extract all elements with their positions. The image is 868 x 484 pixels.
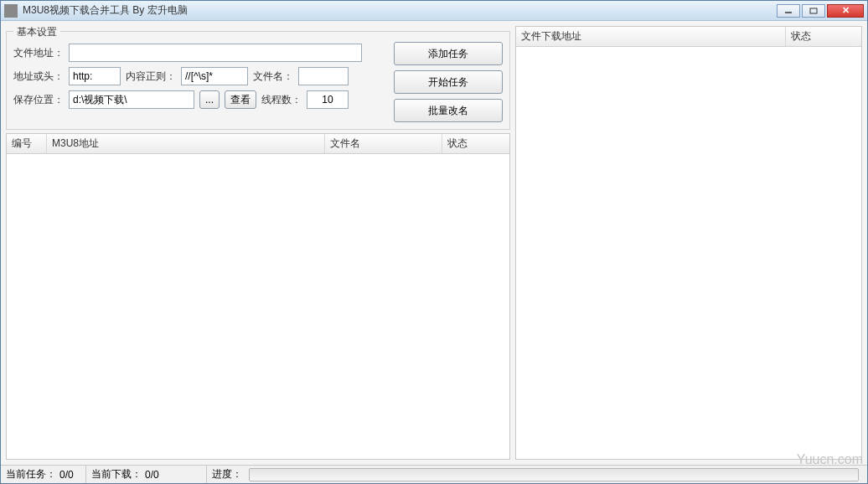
col-download-status[interactable]: 状态	[786, 27, 861, 46]
col-index[interactable]: 编号	[7, 134, 47, 153]
main-table-body[interactable]	[7, 154, 509, 459]
save-path-label: 保存位置：	[13, 93, 64, 107]
current-task-status: 当前任务：0/0	[1, 466, 86, 483]
side-table-body[interactable]	[516, 47, 861, 459]
col-download-url[interactable]: 文件下载地址	[516, 27, 786, 46]
col-filename[interactable]: 文件名	[325, 134, 442, 153]
browse-button[interactable]: ...	[199, 90, 220, 109]
file-url-input[interactable]	[69, 44, 362, 62]
group-title: 基本设置	[13, 25, 60, 39]
download-table: 文件下载地址 状态	[515, 26, 862, 460]
close-icon: ✕	[842, 5, 850, 16]
minimize-button[interactable]	[777, 4, 800, 18]
threads-input[interactable]	[307, 90, 349, 109]
col-status[interactable]: 状态	[442, 134, 509, 153]
maximize-button[interactable]	[802, 4, 825, 18]
side-table-header: 文件下载地址 状态	[516, 27, 861, 47]
maximize-icon	[809, 8, 818, 14]
titlebar: M3U8视频下载合并工具 By 宏升电脑 ✕	[1, 1, 867, 21]
col-url[interactable]: M3U8地址	[47, 134, 325, 153]
app-icon	[4, 4, 18, 18]
url-head-input[interactable]	[69, 67, 121, 85]
current-download-status: 当前下载：0/0	[86, 466, 207, 483]
watermark: Yuucn.com	[797, 452, 863, 467]
basic-settings-group: 基本设置 文件地址： 地址或头： 内容正则：	[6, 31, 510, 130]
regex-label: 内容正则：	[126, 70, 176, 84]
start-task-button[interactable]: 开始任务	[394, 70, 503, 94]
save-path-input[interactable]	[69, 90, 194, 109]
add-task-button[interactable]: 添加任务	[394, 42, 503, 65]
window-title: M3U8视频下载合并工具 By 宏升电脑	[23, 3, 775, 18]
main-task-table: 编号 M3U8地址 文件名 状态	[6, 133, 510, 460]
view-button[interactable]: 查看	[225, 90, 256, 109]
svg-rect-1	[810, 8, 817, 13]
progress-status: 进度：	[207, 466, 867, 483]
batch-rename-button[interactable]: 批量改名	[394, 99, 503, 122]
file-url-label: 文件地址：	[13, 46, 64, 60]
table-header: 编号 M3U8地址 文件名 状态	[7, 134, 509, 154]
progress-bar	[249, 468, 859, 481]
statusbar: 当前任务：0/0 当前下载：0/0 进度：	[1, 465, 867, 483]
regex-input[interactable]	[181, 67, 248, 85]
minimize-icon	[784, 8, 793, 14]
url-head-label: 地址或头：	[13, 70, 64, 84]
threads-label: 线程数：	[261, 93, 302, 107]
close-button[interactable]: ✕	[827, 4, 864, 18]
filename-label: 文件名：	[253, 70, 293, 84]
progress-label: 进度：	[212, 467, 242, 481]
filename-input[interactable]	[298, 67, 349, 85]
